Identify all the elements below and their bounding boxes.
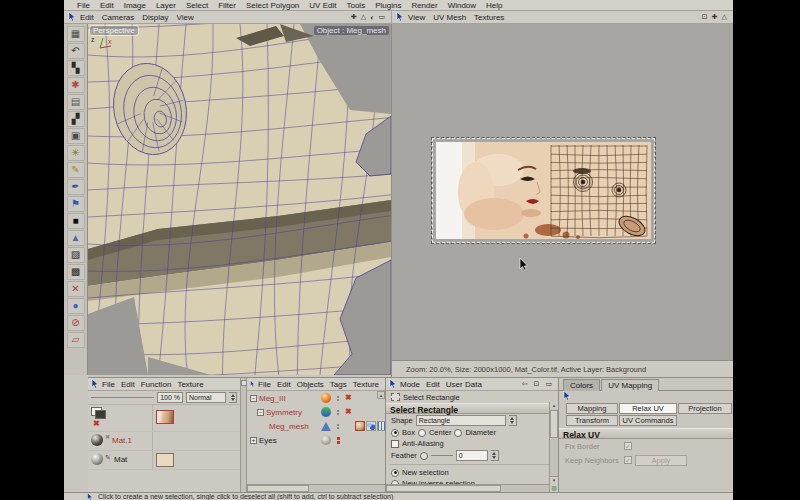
palette-smear-icon[interactable]: ✕ (67, 281, 85, 297)
tex-menu-view[interactable]: View (404, 13, 429, 22)
visibility-dots[interactable] (337, 424, 339, 429)
material-name[interactable]: Mat (114, 455, 127, 464)
keep-neighbors-checkbox[interactable]: ✓ (624, 456, 632, 464)
feather-arrows[interactable] (491, 450, 499, 461)
obj-menu-edit[interactable]: Edit (274, 380, 294, 389)
warning-icon[interactable]: △ (359, 13, 368, 21)
obj-menu-tags[interactable]: Tags (327, 380, 350, 389)
attributes-vscrollbar[interactable]: ▴ ▾ (549, 402, 558, 484)
menu-select-polygon[interactable]: Select Polygon (241, 1, 304, 10)
hand-cursor-icon[interactable] (91, 379, 99, 389)
rotate-icon[interactable]: ◐ (368, 14, 376, 21)
tree-row-eyes[interactable]: + Eyes (247, 433, 385, 447)
palette-pen-icon[interactable]: ✒ (67, 179, 85, 195)
material-row-mat[interactable]: ✎ Mat (88, 451, 240, 470)
expand-icon[interactable]: + (250, 437, 257, 444)
radio-new-selection[interactable] (391, 469, 399, 477)
polygon-mesh-icon[interactable] (321, 422, 331, 431)
color-swatch[interactable] (156, 453, 174, 467)
viewport-3d[interactable]: Perspective Object : Meg_mesh z x (88, 24, 391, 375)
obj-menu-texture[interactable]: Texture (350, 380, 382, 389)
objects-hscrollbar[interactable] (247, 484, 385, 492)
material-tag[interactable] (355, 421, 365, 431)
palette-brush-icon[interactable]: ✎ (67, 162, 85, 178)
selection-marquee[interactable] (432, 138, 655, 243)
disable-x-icon[interactable]: ✖ (345, 394, 352, 402)
vp3d-menu-display[interactable]: Display (138, 13, 172, 22)
phong-tag[interactable] (366, 421, 376, 431)
lock-icon[interactable]: ⊡ (700, 13, 710, 21)
palette-color-swatch-icon[interactable]: ■ (67, 213, 85, 229)
menu-plugins[interactable]: Plugins (370, 1, 406, 10)
palette-fill-flag-icon[interactable]: ⚑ (67, 196, 85, 212)
material-name[interactable]: Mat.1 (112, 436, 132, 445)
menu-file[interactable]: File (72, 1, 95, 10)
tex-menu-textures[interactable]: Textures (470, 13, 508, 22)
palette-layer-window-icon[interactable]: ▦ (67, 26, 85, 42)
warning-icon[interactable]: △ (720, 13, 729, 21)
radio-center[interactable] (418, 429, 426, 437)
move-icon[interactable]: ✚ (710, 13, 720, 21)
dock-arrow-icon[interactable]: ⇦ (519, 380, 531, 388)
collapse-icon[interactable]: − (250, 395, 257, 402)
eyes-object-icon[interactable] (321, 435, 331, 445)
palette-checker-b-icon[interactable]: ▩ (67, 264, 85, 280)
palette-checker-a-icon[interactable]: ▨ (67, 247, 85, 263)
texture-layer-thumbnail[interactable] (156, 410, 174, 424)
uvw-tag[interactable] (377, 421, 385, 431)
menu-render[interactable]: Render (406, 1, 442, 10)
disable-x-icon[interactable]: ✖ (345, 408, 352, 416)
texture-canvas[interactable] (436, 142, 651, 239)
scroll-thumb[interactable] (550, 410, 558, 438)
palette-magic-wand-icon[interactable]: ✳ (67, 145, 85, 161)
palette-gradient-icon[interactable]: ▲ (67, 230, 85, 246)
feather-value-box[interactable]: 0 (456, 450, 488, 461)
material-sphere-icon[interactable] (91, 434, 103, 446)
vp3d-menu-cameras[interactable]: Cameras (98, 13, 138, 22)
mapping-button[interactable]: Mapping (566, 403, 618, 414)
apply-button[interactable]: Apply (635, 455, 687, 466)
relax-uv-button[interactable]: Relax UV (619, 403, 677, 414)
tree-row-meg-mesh[interactable]: Meg_mesh (247, 419, 385, 433)
object-name[interactable]: Symmetry (266, 408, 302, 417)
scroll-thumb[interactable] (386, 485, 501, 492)
blend-mode-arrows[interactable] (229, 392, 237, 403)
hand-cursor-icon[interactable] (563, 391, 571, 401)
corner-grid-icon[interactable]: ▨ (549, 485, 558, 492)
opacity-slider[interactable] (91, 397, 154, 398)
tex-menu-uv-mesh[interactable]: UV Mesh (429, 13, 470, 22)
mat-menu-edit[interactable]: Edit (118, 380, 138, 389)
viewport-3d-canvas[interactable] (88, 24, 391, 375)
pen-icon[interactable]: ✎ (105, 454, 111, 462)
uv-commands-button[interactable]: UV Commands (619, 415, 677, 426)
material-row-mat1[interactable]: ✖ Mat.1 (88, 432, 240, 451)
palette-select-checker-icon[interactable]: ▚ (67, 60, 85, 76)
palette-dodge-icon[interactable]: ⊘ (67, 315, 85, 331)
symmetry-icon[interactable] (321, 407, 331, 417)
lock-icon[interactable]: ⊡ (531, 380, 543, 388)
menu-edit[interactable]: Edit (95, 1, 119, 10)
menu-select[interactable]: Select (181, 1, 213, 10)
obj-menu-file[interactable]: File (255, 380, 274, 389)
frame-icon[interactable]: ▭ (376, 13, 387, 21)
layers-icon[interactable] (91, 407, 105, 418)
palette-projection-paint-icon[interactable]: ▤ (67, 94, 85, 110)
hand-cursor-icon[interactable] (389, 379, 397, 389)
scroll-down-icon[interactable]: ▾ (550, 476, 558, 484)
scroll-up-icon[interactable]: ▴ (377, 391, 385, 399)
attributes-hscrollbar[interactable] (386, 484, 550, 492)
menu-filter[interactable]: Filter (213, 1, 241, 10)
palette-marquee-icon[interactable]: ▣ (67, 128, 85, 144)
fix-border-checkbox[interactable]: ✓ (624, 442, 632, 450)
unlink-icon[interactable]: ✖ (105, 434, 110, 440)
visibility-dots[interactable] (337, 410, 339, 415)
projection-button[interactable]: Projection (678, 403, 732, 414)
shape-dropdown[interactable]: Rectangle (416, 415, 506, 426)
attr-menu-mode[interactable]: Mode (397, 380, 423, 389)
mat-menu-file[interactable]: File (99, 380, 118, 389)
collapse-icon[interactable]: − (257, 409, 264, 416)
delete-layer-icon[interactable]: ✖ (93, 420, 100, 428)
antialiasing-checkbox[interactable] (391, 440, 399, 448)
material-sphere-icon[interactable] (91, 453, 103, 465)
panel-divider-strip[interactable] (240, 377, 247, 492)
